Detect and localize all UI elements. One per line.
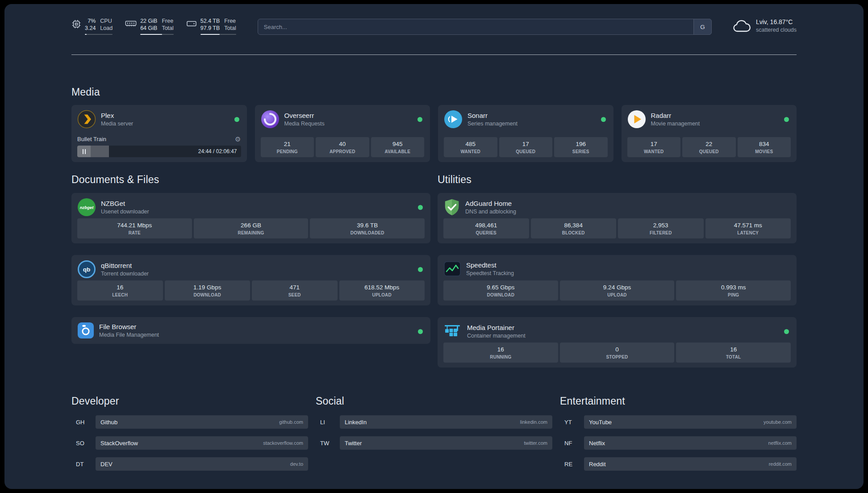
stat-label: LATENCY <box>706 230 790 235</box>
stat-label: REMAINING <box>195 230 308 235</box>
pause-button[interactable] <box>77 146 91 157</box>
stat-box: 39.6 TB DOWNLOADED <box>310 218 425 238</box>
bookmark-linkedin[interactable]: LI LinkedIn linkedin.com <box>316 415 552 429</box>
section-title-media: Media <box>71 86 797 98</box>
stat-label: DOWNLOAD <box>444 292 557 297</box>
section-title-social: Social <box>316 395 552 407</box>
speedtest-icon <box>443 260 461 278</box>
stat-value: 9.24 Gbps <box>561 284 674 291</box>
service-card-nzbget[interactable]: nzbget NZBGet Usenet downloader 744.21 M… <box>71 193 430 243</box>
stat-label: WANTED <box>628 149 680 154</box>
service-name: Speedtest <box>466 261 514 269</box>
stat-value: 39.6 TB <box>311 222 424 229</box>
bookmark-dev[interactable]: DT DEV dev.to <box>71 457 308 471</box>
bookmark-abbr: NF <box>560 436 584 450</box>
plex-now-playing: Bullet Train ⚙ 24:44 / 02:06:47 <box>77 136 241 157</box>
stat-value: 16 <box>677 346 790 353</box>
stat-value: 498,461 <box>444 222 528 229</box>
stat-value: 21 <box>262 141 313 147</box>
disk-usage-bar <box>200 34 236 35</box>
bookmark-url: twitter.com <box>524 440 547 446</box>
service-card-sonarr[interactable]: Sonarr Series management 485 WANTED 17 Q… <box>438 105 613 162</box>
service-card-overseerr[interactable]: Overseerr Media Requests 21 PENDING 40 A… <box>255 105 430 162</box>
service-name: Radarr <box>651 112 700 119</box>
bookmark-netflix[interactable]: NF Netflix netflix.com <box>560 436 797 450</box>
bookmark-abbr: SO <box>71 436 96 450</box>
dashboard-app: 7% 3.24 CPU Load <box>4 4 864 489</box>
bookmark-reddit[interactable]: RE Reddit reddit.com <box>560 457 797 471</box>
memory-widget: 22 GiB 64 GiB Free Total <box>125 17 174 35</box>
sonarr-icon <box>444 110 463 129</box>
service-name: Overseerr <box>284 112 325 119</box>
bookmark-youtube[interactable]: YT YouTube youtube.com <box>560 415 797 429</box>
bookmark-url: reddit.com <box>769 461 792 467</box>
status-indicator <box>234 117 239 122</box>
bookmark-twitter[interactable]: TW Twitter twitter.com <box>316 436 552 450</box>
section-utilities: Utilities AdGuard Home <box>438 174 797 368</box>
service-card-portainer[interactable]: Media Portainer Container management 16 … <box>438 317 797 368</box>
service-subtitle: Speedtest Tracking <box>466 270 514 276</box>
service-card-radarr[interactable]: Radarr Movie management 17 WANTED 22 QUE… <box>622 105 797 162</box>
stat-box: 9.65 Gbps DOWNLOAD <box>443 280 558 301</box>
radarr-icon <box>627 110 646 129</box>
section-title-utilities: Utilities <box>438 174 797 186</box>
service-name: Sonarr <box>467 112 517 119</box>
status-indicator <box>784 117 789 122</box>
stat-label: FILTERED <box>619 230 703 235</box>
bookmark-github[interactable]: GH Github github.com <box>71 415 308 429</box>
disk-icon <box>186 19 197 28</box>
bookmark-url: github.com <box>279 419 303 425</box>
bookmark-abbr: LI <box>316 415 340 429</box>
stat-label: UPLOAD <box>340 292 424 297</box>
stat-value: 47.571 ms <box>706 222 790 229</box>
service-card-adguard[interactable]: AdGuard Home DNS and adblocking 498,461 … <box>438 193 797 243</box>
service-card-filebrowser[interactable]: File Browser Media File Management <box>71 317 430 344</box>
pause-icon <box>83 149 86 154</box>
playback-progress-bar[interactable]: 24:44 / 02:06:47 <box>77 146 241 157</box>
bookmark-url: stackoverflow.com <box>263 440 303 446</box>
weather-widget: Lviv, 16.87°C scattered clouds <box>732 18 797 33</box>
memory-total-value: 64 GiB <box>140 25 157 32</box>
stat-box: 16 TOTAL <box>676 343 791 363</box>
stat-box: 16 LEECH <box>77 280 163 301</box>
stat-box: 485 WANTED <box>444 137 497 157</box>
stat-value: 40 <box>317 141 368 147</box>
bookmark-name: DEV <box>100 461 113 468</box>
cloud-icon <box>732 19 751 33</box>
stat-value: 16 <box>78 284 162 291</box>
bookmark-url: dev.to <box>290 461 303 467</box>
stat-label: RATE <box>78 230 191 235</box>
memory-usage-bar-fill <box>140 34 162 35</box>
stat-box: 834 MOVIES <box>738 137 791 157</box>
stat-value: 22 <box>683 141 735 147</box>
bookmark-stackoverflow[interactable]: SO StackOverflow stackoverflow.com <box>71 436 308 450</box>
gear-icon[interactable]: ⚙ <box>235 136 241 142</box>
stat-value: 266 GB <box>195 222 308 229</box>
service-subtitle: Movie management <box>651 121 700 127</box>
service-card-plex[interactable]: Plex Media server Bullet Train ⚙ <box>71 105 247 162</box>
service-card-qbittorrent[interactable]: qb qBittorrent Torrent downloader 16 LEE… <box>71 255 430 305</box>
disk-usage-bar-fill <box>200 34 220 35</box>
stat-label: BLOCKED <box>532 230 616 235</box>
search-input[interactable] <box>258 19 712 35</box>
bookmark-group-developer: Developer GH Github github.com SO StackO… <box>71 395 308 478</box>
status-indicator <box>418 329 423 334</box>
service-name: qBittorrent <box>101 262 149 269</box>
stat-box: 21 PENDING <box>261 137 314 157</box>
memory-total-label: Total <box>162 25 173 32</box>
stat-value: 16 <box>444 346 557 353</box>
status-indicator <box>601 117 606 122</box>
playback-time: 24:44 / 02:06:47 <box>198 146 237 157</box>
stat-label: PENDING <box>262 149 313 154</box>
stat-box: 40 APPROVED <box>316 137 369 157</box>
service-subtitle: Torrent downloader <box>101 271 149 277</box>
service-name: AdGuard Home <box>465 200 516 207</box>
service-card-speedtest[interactable]: Speedtest Speedtest Tracking 9.65 Gbps D… <box>438 255 797 305</box>
stat-label: QUEUED <box>683 149 735 154</box>
search-provider-button[interactable]: G <box>693 19 712 35</box>
service-subtitle: Media Requests <box>284 121 325 127</box>
memory-usage-bar <box>140 34 174 35</box>
stat-box: 945 AVAILABLE <box>371 137 425 157</box>
stat-box: 196 SERIES <box>554 137 608 157</box>
search-bar: G <box>258 19 712 35</box>
